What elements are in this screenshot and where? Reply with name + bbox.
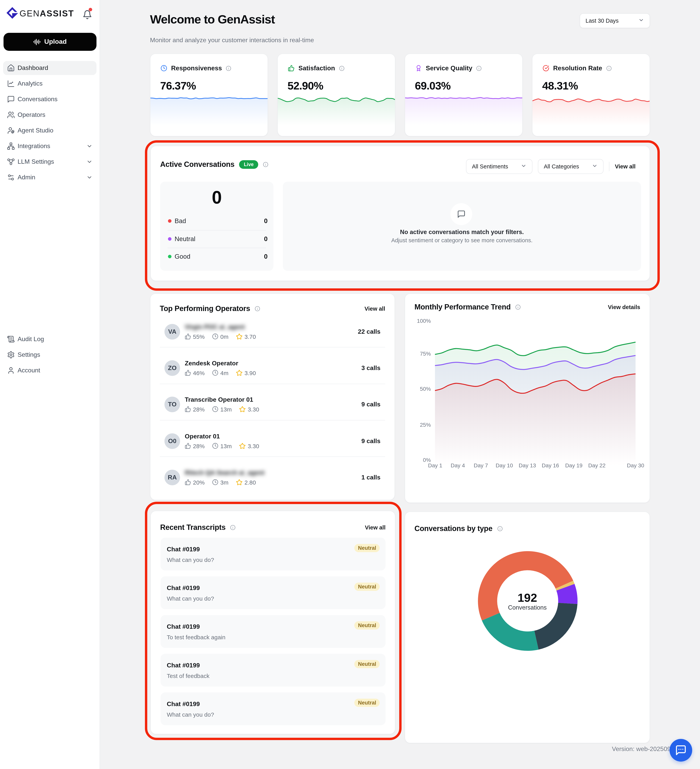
svg-text:50%: 50% [420,386,431,392]
svg-text:0%: 0% [423,457,431,463]
svg-text:75%: 75% [420,351,431,357]
svg-text:25%: 25% [420,422,431,428]
svg-text:100%: 100% [417,318,431,324]
